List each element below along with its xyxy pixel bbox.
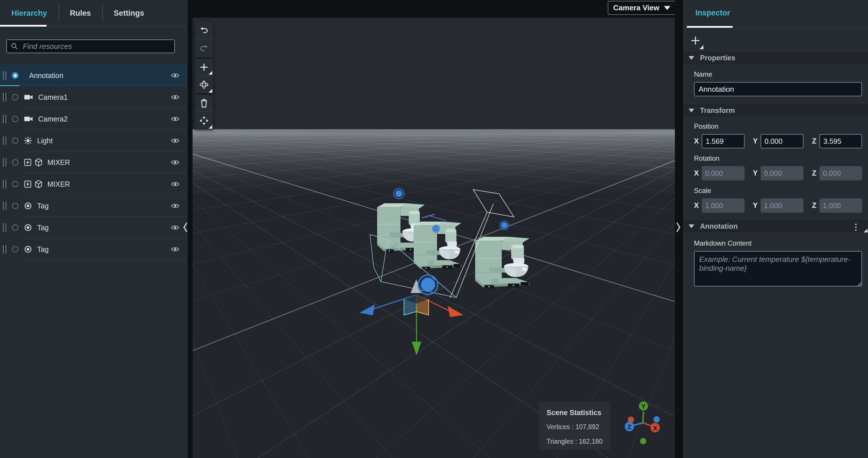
select-radio[interactable] (12, 116, 18, 122)
rotation-x-input (702, 166, 745, 180)
add-object-button[interactable] (195, 57, 213, 76)
scene-canvas[interactable] (189, 18, 677, 458)
active-tab-underline (687, 26, 733, 28)
select-radio[interactable] (12, 72, 18, 79)
tree-row-tag-3[interactable]: Tag (0, 238, 188, 260)
visibility-eye-icon[interactable] (170, 70, 180, 81)
tab-inspector[interactable]: Inspector (695, 0, 730, 26)
undo-button[interactable] (195, 22, 213, 39)
rotation-label: Rotation (694, 154, 719, 162)
redo-button[interactable] (195, 39, 213, 57)
drag-handle-icon[interactable] (3, 71, 6, 80)
tree-item-label: Tag (37, 224, 49, 232)
inspector-panel: Inspector Properties Name Transform Posi… (682, 0, 868, 458)
hierarchy-tabbar: Hierarchy Rules Settings (0, 0, 188, 27)
tree-row-mixer-1[interactable]: MIXER (0, 151, 188, 173)
scale-y-input (761, 198, 803, 213)
transform-section-header[interactable]: Transform (683, 105, 868, 116)
camera-view-dropdown[interactable]: Camera View (608, 1, 676, 15)
tree-row-tag-1[interactable]: Tag (0, 195, 188, 217)
drag-handle-icon[interactable] (3, 245, 6, 254)
name-input[interactable] (694, 82, 862, 96)
tree-row-light[interactable]: Light (0, 130, 188, 151)
axis-neg-x-dot[interactable] (628, 417, 634, 423)
tree-row-mixer-2[interactable]: MIXER (0, 173, 188, 195)
tab-hierarchy[interactable]: Hierarchy (0, 0, 59, 26)
select-radio[interactable] (12, 203, 18, 209)
drag-handle-icon[interactable] (3, 93, 6, 102)
tree-item-label: Annotation (29, 71, 63, 80)
position-x-input[interactable] (702, 134, 745, 148)
textarea-resize-handle[interactable] (856, 281, 862, 286)
axis-z-label: Z (812, 169, 816, 177)
chevron-down-icon (664, 6, 670, 10)
axis-neg-y-dot[interactable] (640, 438, 646, 444)
tree-row-camera1[interactable]: Camera1 (0, 86, 188, 108)
visibility-eye-icon[interactable] (170, 201, 180, 211)
select-radio[interactable] (12, 246, 18, 253)
select-radio[interactable] (12, 159, 18, 166)
expand-inspector-chevron[interactable] (675, 220, 681, 234)
tag-widget-1[interactable] (394, 189, 404, 199)
visibility-eye-icon[interactable] (170, 223, 180, 233)
light-icon (24, 137, 32, 145)
select-radio[interactable] (12, 181, 18, 187)
visibility-eye-icon[interactable] (170, 244, 180, 254)
hierarchy-panel: Hierarchy Rules Settings Annotation Came… (0, 0, 189, 458)
drag-handle-icon[interactable] (3, 136, 6, 145)
resource-tree: Annotation Camera1 Camera2 (0, 65, 188, 260)
visibility-eye-icon[interactable] (170, 114, 180, 124)
drag-handle-icon[interactable] (3, 202, 6, 210)
scene-statistics-overlay: Scene Statistics Vertices : 107,892 Tria… (539, 402, 610, 450)
tree-row-camera2[interactable]: Camera2 (0, 108, 188, 130)
annotation-section-menu-icon[interactable] (854, 222, 858, 232)
triangles-count: Triangles : 162,180 (547, 438, 610, 446)
select-radio[interactable] (12, 224, 18, 231)
vertices-count: Vertices : 107,892 (547, 423, 610, 431)
drag-handle-icon[interactable] (3, 180, 6, 189)
collapse-hierarchy-chevron[interactable] (182, 220, 189, 234)
delete-button[interactable] (195, 93, 213, 112)
position-z-input[interactable] (819, 134, 862, 148)
visibility-eye-icon[interactable] (170, 179, 180, 189)
position-label: Position (694, 122, 718, 131)
tag-widget-small[interactable] (432, 225, 440, 232)
tab-rules[interactable]: Rules (59, 0, 102, 26)
entity-icon (24, 180, 31, 188)
orientation-axis-widget[interactable]: Y Z X (623, 399, 666, 448)
sky (189, 18, 677, 129)
drag-handle-icon[interactable] (3, 158, 6, 167)
visibility-eye-icon[interactable] (170, 92, 180, 102)
viewport-left-edge (189, 18, 193, 458)
annotation-section-header[interactable]: Annotation (683, 221, 868, 232)
visibility-eye-icon[interactable] (170, 136, 180, 146)
position-y-input[interactable] (761, 134, 803, 148)
axis-y-label: Y (642, 403, 646, 410)
axis-neg-z-dot[interactable] (653, 416, 660, 423)
drag-handle-icon[interactable] (3, 223, 6, 232)
tag-widget-2[interactable] (500, 221, 508, 230)
rotation-z-input (819, 166, 862, 180)
rotate-tool-button[interactable] (195, 76, 213, 93)
tree-row-tag-2[interactable]: Tag (0, 217, 188, 238)
name-label: Name (694, 70, 712, 78)
markdown-content-textarea[interactable] (694, 251, 862, 286)
tree-row-annotation[interactable]: Annotation (0, 65, 188, 86)
move-tool-button[interactable] (195, 112, 213, 130)
horizon-fade (189, 134, 677, 202)
properties-section-header[interactable]: Properties (683, 52, 868, 63)
select-radio[interactable] (12, 138, 18, 144)
scale-label: Scale (694, 187, 711, 195)
select-radio[interactable] (12, 94, 18, 101)
visibility-eye-icon[interactable] (170, 157, 180, 168)
tab-settings[interactable]: Settings (102, 0, 156, 26)
drag-handle-icon[interactable] (3, 115, 6, 123)
submenu-corner-icon (209, 71, 212, 75)
scene-statistics-title: Scene Statistics (547, 408, 610, 417)
section-caret-icon (689, 224, 694, 228)
tree-item-label: MIXER (48, 180, 70, 189)
annotation-widget-selected[interactable] (418, 275, 438, 294)
submenu-corner-icon (700, 45, 704, 49)
search-input[interactable] (6, 39, 175, 53)
scene-viewport[interactable]: Camera View Scene Statistics Vertices : … (189, 0, 677, 458)
